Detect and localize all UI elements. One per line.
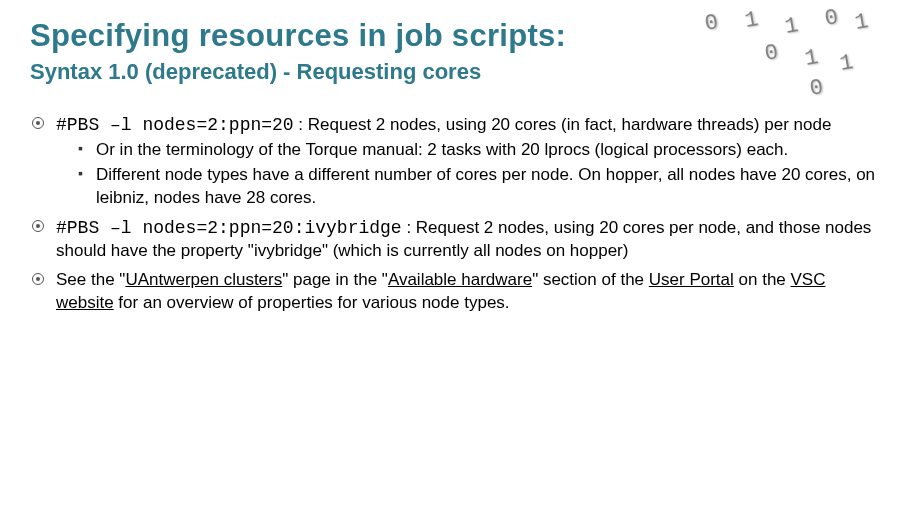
cube-glyph: 1: [853, 9, 870, 36]
bullet-item: See the "UAntwerpen clusters" page in th…: [30, 269, 877, 315]
bullet-text: for an overview of properties for variou…: [114, 293, 510, 312]
cube-glyph: 0: [823, 5, 840, 32]
code-snippet: #PBS –l nodes=2:ppn=20: [56, 115, 294, 135]
cube-glyph: 1: [803, 45, 820, 72]
bullet-text: " page in the ": [282, 270, 388, 289]
cube-glyph: 0: [808, 75, 825, 102]
sub-bullet-item: Different node types have a different nu…: [78, 164, 877, 210]
code-snippet: #PBS –l nodes=2:ppn=20:ivybridge: [56, 218, 402, 238]
link-user-portal[interactable]: User Portal: [649, 270, 734, 289]
cube-glyph: 0: [703, 10, 720, 37]
cube-glyph: 1: [838, 50, 855, 77]
bullet-text: : Request 2 nodes, using 20 cores (in fa…: [294, 115, 832, 134]
link-available-hardware[interactable]: Available hardware: [388, 270, 532, 289]
bullet-item: #PBS –l nodes=2:ppn=20:ivybridge : Reque…: [30, 216, 877, 263]
sub-bullet-item: Or in the terminology of the Torque manu…: [78, 139, 877, 162]
link-uantwerpen-clusters[interactable]: UAntwerpen clusters: [125, 270, 282, 289]
decorative-cubes-logo: 0 1 1 0 1 0 1 1 0: [695, 6, 885, 96]
bullet-text: " section of the: [532, 270, 649, 289]
slide: 0 1 1 0 1 0 1 1 0 Specifying resources i…: [0, 0, 907, 510]
bullet-item: #PBS –l nodes=2:ppn=20 : Request 2 nodes…: [30, 113, 877, 210]
bullet-text: See the ": [56, 270, 125, 289]
cube-glyph: 1: [743, 7, 760, 34]
cube-glyph: 1: [783, 13, 800, 40]
cube-glyph: 0: [763, 40, 780, 67]
content-region: #PBS –l nodes=2:ppn=20 : Request 2 nodes…: [30, 113, 877, 315]
bullet-text: on the: [734, 270, 791, 289]
